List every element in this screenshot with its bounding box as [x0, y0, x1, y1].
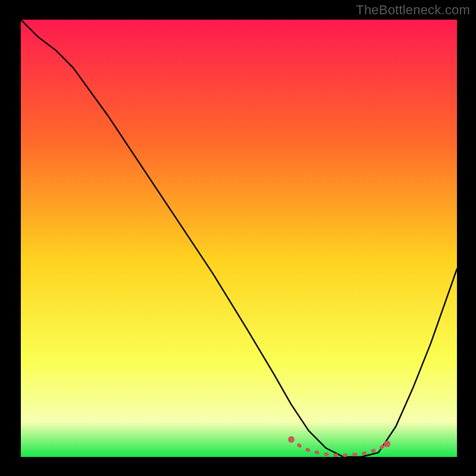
watermark-text: TheBottleneck.com: [356, 2, 470, 18]
chart-frame: TheBottleneck.com: [0, 0, 476, 476]
highlight-end-dot: [384, 441, 390, 447]
bottleneck-chart-svg: [0, 0, 476, 476]
highlight-end-dot: [288, 436, 295, 443]
